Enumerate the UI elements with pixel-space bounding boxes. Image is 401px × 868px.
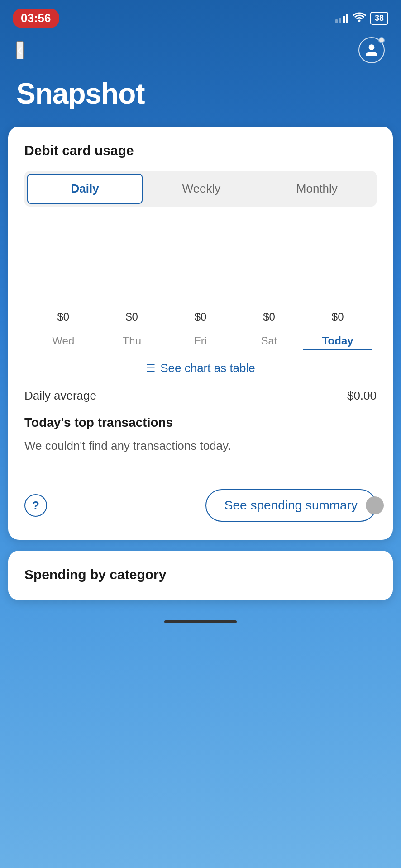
no-transactions-text: We couldn't find any transactions today. — [24, 439, 377, 453]
chart-value-fri: $0 — [166, 311, 235, 323]
chart-label-fri: Fri — [166, 335, 235, 350]
profile-button[interactable] — [358, 37, 385, 63]
signal-icon — [335, 13, 348, 23]
wifi-icon — [353, 12, 366, 24]
nav-bar: ‹ — [0, 33, 401, 72]
battery-icon: 38 — [370, 12, 388, 25]
daily-average-row: Daily average $0.00 — [24, 389, 377, 403]
status-icons: 38 — [335, 12, 388, 25]
profile-icon — [364, 43, 379, 57]
scroll-indicator — [366, 496, 384, 514]
chart-table-anchor[interactable]: ☰ See chart as table — [146, 361, 255, 375]
chart-area — [24, 220, 377, 311]
back-button[interactable]: ‹ — [16, 41, 24, 59]
chart-value-sat: $0 — [235, 311, 304, 323]
chart-label-thu: Thu — [98, 335, 167, 350]
chart-label-wed: Wed — [29, 335, 98, 350]
chart-label-sat: Sat — [235, 335, 304, 350]
chart-divider — [29, 330, 372, 330]
page-title: Snapshot — [0, 72, 401, 127]
tab-weekly[interactable]: Weekly — [144, 174, 258, 204]
chart-value-thu: $0 — [98, 311, 167, 323]
daily-average-label: Daily average — [24, 389, 96, 403]
home-bar — [164, 620, 237, 623]
spending-by-category-card: Spending by category — [8, 551, 393, 600]
chart-value-today: $0 — [303, 311, 372, 323]
transactions-title: Today's top transactions — [24, 415, 377, 430]
profile-notification-dot — [378, 37, 385, 43]
card-title: Debit card usage — [24, 143, 377, 158]
tab-monthly[interactable]: Monthly — [260, 174, 374, 204]
help-button[interactable]: ? — [24, 494, 47, 517]
see-spending-summary-button[interactable]: See spending summary — [205, 489, 377, 522]
chart-value-wed: $0 — [29, 311, 98, 323]
chart-label-today: Today — [303, 335, 372, 350]
card-footer: ? See spending summary — [24, 489, 377, 522]
category-card-title: Spending by category — [24, 567, 377, 582]
time-period-tabs: Daily Weekly Monthly — [24, 171, 377, 207]
chart-values: $0 $0 $0 $0 $0 — [24, 311, 377, 323]
daily-average-value: $0.00 — [347, 389, 377, 403]
status-bar: 03:56 38 — [0, 0, 401, 33]
list-icon: ☰ — [146, 362, 156, 375]
chart-table-link[interactable]: ☰ See chart as table — [24, 350, 377, 389]
tab-daily[interactable]: Daily — [27, 174, 143, 204]
time-display: 03:56 — [13, 9, 59, 28]
chart-labels: Wed Thu Fri Sat Today — [24, 335, 377, 350]
chart-table-label: See chart as table — [160, 361, 255, 375]
see-summary-label: See spending summary — [224, 498, 358, 512]
home-indicator — [0, 611, 401, 627]
debit-card-usage-card: Debit card usage Daily Weekly Monthly $0… — [8, 127, 393, 540]
